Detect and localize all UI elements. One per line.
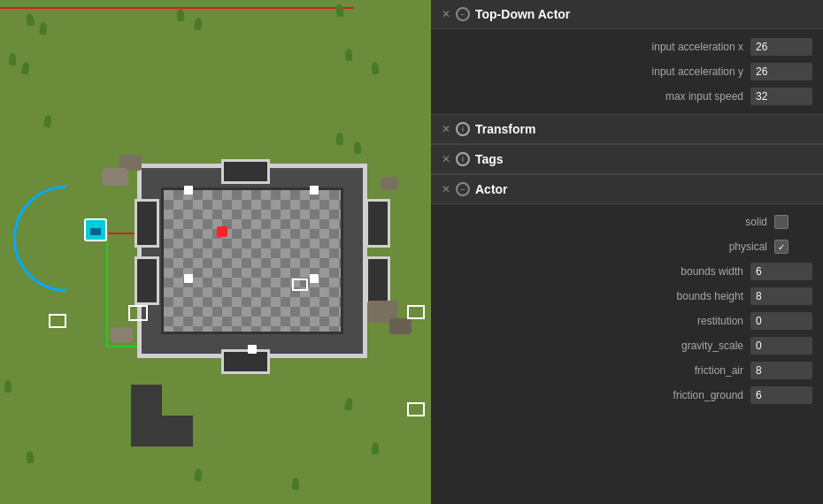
- grass: [9, 53, 16, 65]
- transform-title: Transform: [475, 122, 535, 136]
- grass: [345, 49, 352, 61]
- grass: [336, 133, 343, 145]
- small-box-left: [128, 305, 148, 321]
- red-guide-line: [0, 7, 354, 9]
- small-box-inner: [292, 279, 308, 291]
- grass: [335, 4, 344, 18]
- property-row-bounds-height: bounds height: [431, 284, 823, 309]
- marker-tr: [310, 186, 319, 195]
- marker-tl: [184, 186, 193, 195]
- physical-checkbox[interactable]: [774, 240, 788, 254]
- grass: [26, 12, 35, 26]
- transform-section: ✕ i Transform: [431, 115, 823, 145]
- top-down-actor-info-icon: −: [456, 7, 470, 21]
- property-row-restitution: restitution: [431, 309, 823, 333]
- input-accel-x-field[interactable]: [750, 38, 812, 56]
- grass: [195, 469, 203, 482]
- friction-air-label: friction_air: [442, 364, 743, 377]
- top-down-actor-title: Top-Down Actor: [475, 7, 570, 21]
- grass: [372, 442, 379, 454]
- small-box-right-1: [407, 402, 425, 416]
- door-right-2: [365, 256, 390, 305]
- gravity-scale-label: gravity_scale: [442, 340, 743, 352]
- game-canvas[interactable]: [0, 0, 431, 504]
- friction-air-field[interactable]: [750, 362, 812, 379]
- tags-title: Tags: [475, 152, 504, 166]
- property-row-max-input-speed: max input speed: [431, 84, 823, 109]
- marker-ml: [184, 274, 193, 283]
- debris-5: [381, 177, 398, 190]
- close-actor-icon[interactable]: ✕: [442, 183, 450, 195]
- marker-b: [248, 345, 257, 354]
- max-input-speed-label: max input speed: [442, 90, 743, 103]
- close-transform-icon[interactable]: ✕: [442, 123, 450, 135]
- small-box-right-2: [407, 305, 425, 319]
- marker-mr: [310, 274, 319, 283]
- door-left-2: [135, 256, 159, 305]
- grass: [354, 141, 362, 155]
- property-row-gravity-scale: gravity_scale: [431, 333, 823, 358]
- corner-piece: [131, 385, 193, 447]
- top-down-actor-section: ✕ − Top-Down Actor input acceleration x …: [431, 0, 823, 115]
- property-row-friction-ground: friction_ground: [431, 383, 823, 408]
- bounds-width-field[interactable]: [750, 263, 812, 280]
- grass: [21, 61, 31, 74]
- debris-6: [111, 327, 133, 343]
- actor-info-icon: −: [456, 182, 470, 196]
- building-floor: [161, 187, 343, 334]
- top-down-actor-header[interactable]: ✕ − Top-Down Actor: [431, 0, 823, 29]
- properties-panel: ✕ − Top-Down Actor input acceleration x …: [431, 0, 823, 504]
- actor-section: ✕ − Actor solid physical bounds width bo…: [431, 175, 823, 413]
- tags-section: ✕ i Tags: [431, 145, 823, 175]
- physical-label: physical: [442, 241, 767, 253]
- door-left: [135, 199, 159, 248]
- close-tags-icon[interactable]: ✕: [442, 153, 450, 165]
- grass: [26, 451, 34, 464]
- grass: [176, 9, 184, 22]
- tags-info-icon: i: [456, 152, 470, 166]
- actor-title: Actor: [475, 182, 508, 196]
- transform-header[interactable]: ✕ i Transform: [431, 115, 823, 144]
- solid-label: solid: [442, 216, 767, 228]
- max-input-speed-field[interactable]: [750, 88, 812, 105]
- door-bottom: [221, 349, 270, 374]
- property-row-friction-air: friction_air: [431, 358, 823, 383]
- debris-4: [389, 318, 412, 334]
- door-top: [221, 159, 270, 184]
- restitution-field[interactable]: [750, 312, 812, 330]
- small-box-far-left: [49, 314, 66, 328]
- bounds-height-field[interactable]: [750, 287, 812, 305]
- red-target: [217, 226, 227, 237]
- grass: [344, 397, 353, 410]
- grass: [292, 477, 299, 490]
- tags-header[interactable]: ✕ i Tags: [431, 145, 823, 174]
- grass: [4, 380, 12, 393]
- grass: [43, 115, 51, 128]
- actor-content: solid physical bounds width bounds heigh…: [431, 204, 823, 413]
- input-accel-y-label: input acceleration y: [442, 65, 743, 78]
- green-path-vertical: [106, 233, 108, 347]
- actor-header[interactable]: ✕ − Actor: [431, 175, 823, 204]
- solid-checkbox[interactable]: [774, 215, 788, 229]
- close-top-down-actor-icon[interactable]: ✕: [442, 8, 450, 20]
- gravity-scale-field[interactable]: [750, 337, 812, 355]
- bounds-height-label: bounds height: [442, 290, 743, 302]
- top-down-actor-content: input acceleration x input acceleration …: [431, 29, 823, 114]
- player-character: [84, 218, 107, 241]
- debris-2: [102, 168, 128, 186]
- restitution-label: restitution: [442, 315, 743, 327]
- transform-info-icon: i: [456, 122, 470, 136]
- property-row-bounds-width: bounds width: [431, 259, 823, 284]
- property-row-input-accel-y: input acceleration y: [431, 59, 823, 84]
- bounds-width-label: bounds width: [442, 265, 743, 278]
- property-row-solid: solid: [431, 210, 823, 234]
- grass: [194, 18, 203, 31]
- friction-ground-label: friction_ground: [442, 389, 743, 401]
- door-right: [365, 199, 390, 248]
- input-accel-x-label: input acceleration x: [442, 41, 743, 53]
- friction-ground-field[interactable]: [750, 386, 812, 404]
- grass: [39, 22, 47, 35]
- input-accel-y-field[interactable]: [750, 63, 812, 80]
- building-structure: [137, 164, 367, 358]
- property-row-physical: physical: [431, 234, 823, 259]
